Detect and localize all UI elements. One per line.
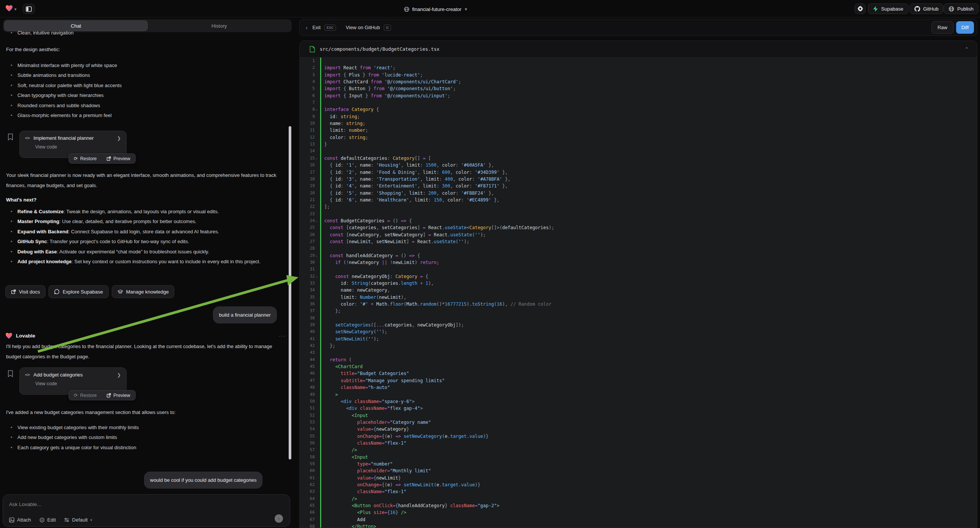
code-line[interactable]: 9 id: string;: [300, 113, 977, 120]
code-line[interactable]: 63 className="flex-1": [300, 488, 977, 495]
code-line[interactable]: 53 placeholder="Category name": [300, 419, 977, 426]
chat-input[interactable]: Ask Lovable...: [9, 501, 284, 507]
code-line[interactable]: 7: [300, 99, 977, 106]
diff-tab-button[interactable]: Diff: [956, 21, 974, 34]
code-line[interactable]: 15⌄const defaultCategories: Category[] =…: [300, 155, 977, 162]
code-line[interactable]: 60 placeholder="Monthly limit": [300, 468, 977, 474]
code-line[interactable]: 6import { Input } from '@/components/ui/…: [300, 92, 977, 99]
preview-button[interactable]: Preview: [102, 391, 135, 400]
code-line[interactable]: 37 };: [300, 308, 977, 314]
code-line[interactable]: 46 title="Budget Categories": [300, 370, 977, 377]
tab-history[interactable]: History: [148, 21, 291, 31]
code-line[interactable]: 48 className="h-auto": [300, 384, 977, 391]
file-header[interactable]: src/components/budget/BudgetCategories.t…: [300, 41, 977, 57]
code-line[interactable]: 13}: [300, 141, 977, 148]
code-line[interactable]: 38: [300, 315, 977, 321]
fold-chevron-icon[interactable]: ⌄: [315, 218, 317, 224]
code-line[interactable]: 25 const [categories, setCategories] = R…: [300, 224, 977, 231]
message-menu-button[interactable]: ···: [278, 333, 286, 339]
code-line[interactable]: 62 onChange={(e) => setNewLimit(e.target…: [300, 482, 977, 488]
code-line[interactable]: 34 name: newCategory,: [300, 287, 977, 294]
attach-button[interactable]: Attach: [9, 517, 31, 523]
chat-input-card[interactable]: Ask Lovable... Attach Edit: [3, 494, 290, 527]
preview-button[interactable]: Preview: [102, 154, 135, 163]
code-line[interactable]: 67 Add: [300, 516, 977, 523]
code-editor[interactable]: 12import React from 'react';3import { Pl…: [300, 57, 977, 528]
code-line[interactable]: 32⌄ const newCategoryObj: Category = {: [300, 273, 977, 280]
code-line[interactable]: 36 color: '#' + Math.floor(Math.random()…: [300, 301, 977, 308]
code-line[interactable]: 55 onChange={(e) => setNewCategory(e.tar…: [300, 433, 977, 440]
send-button[interactable]: ↑: [275, 514, 283, 523]
mode-dropdown[interactable]: Default ▾: [64, 517, 92, 523]
code-line[interactable]: 1: [300, 57, 977, 64]
code-line[interactable]: 10 name: string;: [300, 120, 977, 127]
code-line[interactable]: 44 return (: [300, 356, 977, 363]
code-line[interactable]: 28: [300, 245, 977, 252]
collapse-chevron-up-icon[interactable]: ⌃: [965, 46, 969, 52]
publish-button[interactable]: Publish: [943, 3, 978, 14]
lovable-logo-icon[interactable]: [5, 5, 13, 12]
code-line[interactable]: 43: [300, 349, 977, 356]
code-line[interactable]: 31: [300, 266, 977, 273]
code-line[interactable]: 64 />: [300, 495, 977, 502]
code-line[interactable]: 54 value={newCategory}: [300, 426, 977, 433]
code-line[interactable]: 47 subtitle="Manage your spending limits…: [300, 377, 977, 384]
fold-chevron-icon[interactable]: ⌄: [315, 273, 317, 280]
logo-chevron-down-icon[interactable]: ▾: [14, 7, 17, 12]
code-line[interactable]: 42 };: [300, 342, 977, 349]
view-code-link[interactable]: View code: [35, 381, 121, 386]
restore-button[interactable]: ⟳ Restore: [69, 154, 102, 163]
settings-button[interactable]: [854, 3, 865, 14]
visit-docs-button[interactable]: Visit docs: [5, 285, 45, 298]
code-line[interactable]: 17 { id: '2', name: 'Food & Dining', lim…: [300, 169, 977, 176]
code-line[interactable]: 57 />: [300, 447, 977, 453]
code-line[interactable]: 59 type="number": [300, 461, 977, 468]
bookmark-icon[interactable]: [8, 370, 13, 377]
code-line[interactable]: 22];: [300, 204, 977, 210]
code-line[interactable]: 58 <Input: [300, 454, 977, 461]
code-line[interactable]: 12 color: string;: [300, 134, 977, 141]
view-on-github-button[interactable]: View on GitHub: [346, 25, 380, 30]
sidebar-toggle-button[interactable]: [23, 4, 35, 14]
code-line[interactable]: 8⌄interface Category {: [300, 106, 977, 113]
code-line[interactable]: 3import { Plus } from 'lucide-react';: [300, 72, 977, 78]
code-line[interactable]: 66 <Plus size={16} />: [300, 509, 977, 516]
code-line[interactable]: 26 const [newCategory, setNewCategory] =…: [300, 231, 977, 238]
code-line[interactable]: 52 <Input: [300, 412, 977, 419]
raw-tab-button[interactable]: Raw: [932, 21, 953, 34]
github-button[interactable]: GitHub: [910, 3, 943, 14]
code-line[interactable]: 27 const [newLimit, setNewLimit] = React…: [300, 238, 977, 245]
code-line[interactable]: 23: [300, 211, 977, 218]
code-line[interactable]: 2import React from 'react';: [300, 64, 977, 71]
code-line[interactable]: 11 limit: number;: [300, 127, 977, 134]
code-line[interactable]: 14: [300, 148, 977, 154]
code-line[interactable]: 19 { id: '4', name: 'Entertainment', lim…: [300, 183, 977, 189]
fold-chevron-icon[interactable]: ⌄: [315, 252, 317, 259]
code-line[interactable]: 51 <div className="flex gap-4">: [300, 405, 977, 412]
code-line[interactable]: 45 <ChartCard: [300, 363, 977, 370]
view-code-link[interactable]: View code: [35, 144, 121, 149]
code-line[interactable]: 65 <Button onClick={handleAddCategory} c…: [300, 502, 977, 509]
supabase-button[interactable]: Supabase: [868, 3, 908, 14]
restore-button[interactable]: ⟳ Restore: [69, 391, 102, 400]
code-line[interactable]: 16 { id: '1', name: 'Housing', limit: 15…: [300, 162, 977, 169]
code-line[interactable]: 20 { id: '5', name: 'Shopping', limit: 2…: [300, 190, 977, 197]
edit-button[interactable]: Edit: [40, 517, 56, 523]
code-line[interactable]: 35 limit: Number(newLimit),: [300, 294, 977, 301]
code-line[interactable]: 33 id: String(categories.length + 1),: [300, 280, 977, 287]
code-line[interactable]: 24⌄const BudgetCategories = () => {: [300, 218, 977, 224]
code-line[interactable]: 61 value={newLimit}: [300, 475, 977, 482]
manage-knowledge-button[interactable]: Manage knowledge: [112, 285, 175, 298]
code-line[interactable]: 5import { Button } from '@/components/ui…: [300, 85, 977, 92]
code-line[interactable]: 40 setNewCategory('');: [300, 328, 977, 335]
back-chevron-icon[interactable]: ‹: [306, 25, 308, 31]
code-line[interactable]: 50 <div className="space-y-6">: [300, 398, 977, 405]
code-line[interactable]: 29⌄ const handleAddCategory = () => {: [300, 252, 977, 259]
project-name-dropdown[interactable]: financial-future-creator ▼: [404, 5, 468, 14]
fold-chevron-icon[interactable]: ⌄: [315, 106, 317, 113]
code-line[interactable]: 30 if (!newCategory || !newLimit) return…: [300, 259, 977, 266]
code-line[interactable]: 68 </Button>: [300, 523, 977, 528]
bookmark-icon[interactable]: [8, 133, 13, 140]
fold-chevron-icon[interactable]: ⌄: [315, 155, 317, 162]
code-line[interactable]: 39 setCategories([...categories, newCate…: [300, 321, 977, 328]
